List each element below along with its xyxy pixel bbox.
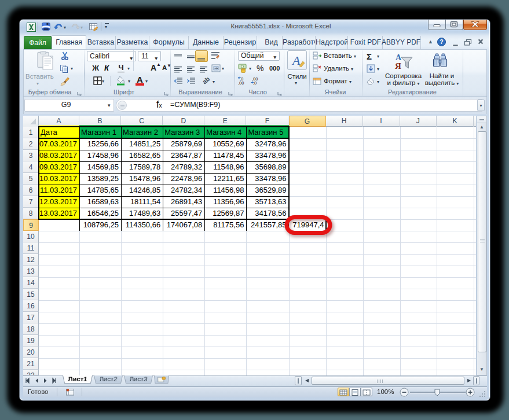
svg-text:?: ? (440, 38, 443, 45)
svg-text:,00: ,00 (238, 80, 244, 85)
svg-text:А: А (396, 53, 402, 62)
svg-text:A: A (291, 53, 301, 68)
svg-text:,0: ,0 (253, 80, 257, 85)
svg-text:Я: Я (395, 61, 401, 69)
